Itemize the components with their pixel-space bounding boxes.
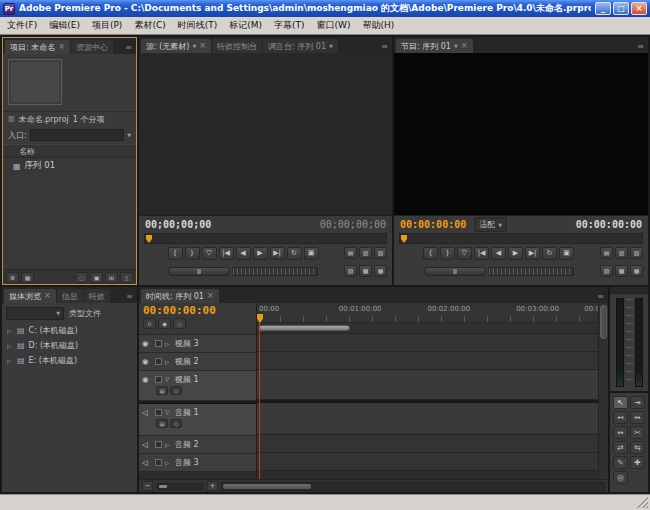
trash-button[interactable]: ▯ [120,272,133,283]
close-icon[interactable]: × [199,42,206,50]
panel-menu-icon[interactable]: ≡ [379,42,390,51]
snap-button[interactable]: ∩ [143,318,156,329]
chevron-down-icon[interactable]: ▼ [329,43,333,49]
safe-margins-button[interactable]: ▣ [559,247,574,260]
tab-effect-controls[interactable]: 特效控制台 [212,39,262,53]
drive-item-e[interactable]: ▷ ▤ E: (本机磁盘) [2,353,137,368]
speaker-icon[interactable]: ◁ [142,458,152,467]
overlay-button[interactable]: ▥ [359,247,372,259]
ripple-edit-tool-button[interactable]: ↤ [613,411,628,424]
track-header-video-2[interactable]: ◉ ▷ 视频 2 [139,353,256,371]
eye-icon[interactable]: ◉ [142,375,152,384]
panel-menu-icon[interactable]: ≡ [635,42,646,51]
track-header-video-3[interactable]: ◉ ▷ 视频 3 [139,335,256,353]
rate-stretch-tool-button[interactable]: ↭ [613,426,628,439]
step-forward-button[interactable]: ▶| [270,247,285,260]
eye-icon[interactable]: ◉ [142,339,152,348]
display-style-button[interactable]: ▤ [156,386,168,395]
jog-wheel[interactable] [488,267,574,276]
tab-effects[interactable]: 特效 [84,289,110,303]
lock-toggle[interactable] [155,459,162,466]
set-marker-button[interactable]: ▽ [457,247,472,260]
shuttle-slider[interactable] [424,267,486,276]
zoom-slider[interactable] [156,483,204,490]
panel-menu-icon[interactable]: ≡ [595,292,606,301]
set-marker-button[interactable]: ◇ [173,318,186,329]
tab-media-browser[interactable]: 媒体浏览 × [4,289,56,303]
timeline-timecode[interactable]: 00:00:00:00 [143,304,252,317]
drive-item-d[interactable]: ▷ ▤ D: (本机磁盘) [2,338,137,353]
razor-tool-button[interactable]: ✂ [630,426,645,439]
insert-button[interactable]: ▤ [344,247,357,259]
tab-project[interactable]: 项目: 未命名 × [5,40,70,54]
slip-tool-button[interactable]: ⇄ [613,441,628,454]
track-lane-audio-2[interactable] [257,435,598,453]
menu-item-help[interactable]: 帮助(H) [356,17,400,34]
menu-item-timeline[interactable]: 时间线(T) [172,17,224,34]
export-frame-button[interactable]: ▧ [374,247,387,259]
extract-button[interactable]: ▥ [615,247,628,259]
go-to-in-button[interactable]: |◀ [219,247,234,260]
close-button[interactable]: × [631,2,647,15]
collapse-icon[interactable]: ▷ [165,359,172,365]
track-header-audio-1[interactable]: ◁ ▽ 音频 1 ▤ ◇ [139,404,256,436]
collapse-icon[interactable]: ▽ [165,409,172,415]
maximize-button[interactable]: □ [613,2,629,15]
lock-toggle[interactable] [155,409,162,416]
collapse-icon[interactable]: ▽ [165,376,172,382]
safe-margins-button[interactable]: ▣ [304,247,319,260]
panel-menu-icon[interactable]: ≡ [124,292,135,301]
track-lane-video-2[interactable] [257,352,598,370]
new-bin-button[interactable]: ▣ [90,272,103,283]
track-header-audio-2[interactable]: ◁ ▷ 音频 2 [139,436,256,454]
new-item-button[interactable]: ⊞ [105,272,118,283]
program-playhead-marker[interactable] [401,235,407,243]
track-lane-audio-3[interactable] [257,453,598,471]
set-in-button[interactable]: { [168,247,183,260]
keyframe-icon[interactable]: ◇ [170,419,182,428]
panel-menu-icon[interactable]: ≡ [123,43,134,52]
rolling-edit-tool-button[interactable]: ↔ [630,411,645,424]
lock-toggle[interactable] [155,441,162,448]
selection-tool-button[interactable]: ↖ [613,396,628,409]
monitor-aux-button-3[interactable]: ▦ [374,265,387,277]
list-item-sequence[interactable]: ▦ 序列 01 [3,158,136,174]
track-select-tool-button[interactable]: ⇥ [630,396,645,409]
track-header-audio-3[interactable]: ◁ ▷ 音频 3 [139,454,256,472]
lock-toggle[interactable] [155,340,162,347]
list-view-button[interactable]: ≣ [6,272,19,283]
menu-item-clip[interactable]: 素材(C) [128,17,171,34]
set-in-button[interactable]: { [423,247,438,260]
close-icon[interactable]: × [58,43,65,51]
icon-view-button[interactable]: ▦ [21,272,34,283]
scrollbar-thumb[interactable] [600,305,607,339]
chevron-down-icon[interactable]: ▼ [127,132,131,138]
monitor-aux-button-1[interactable]: ▨ [600,265,613,277]
monitor-aux-button-3[interactable]: ▦ [630,265,643,277]
keyframe-icon[interactable]: ◇ [170,386,182,395]
display-style-button[interactable]: ▤ [156,419,168,428]
set-out-button[interactable]: } [185,247,200,260]
minimize-button[interactable]: _ [595,2,611,15]
speaker-icon[interactable]: ◁ [142,440,152,449]
set-marker-button[interactable]: ▽ [202,247,217,260]
step-back-button[interactable]: ◀ [236,247,251,260]
zoom-in-button[interactable]: + [207,481,218,491]
play-button[interactable]: ▶ [508,247,523,260]
program-scrub-bar[interactable] [399,233,643,244]
find-input[interactable] [30,129,124,141]
close-icon[interactable]: × [44,292,51,300]
close-icon[interactable]: × [461,42,468,50]
time-ruler[interactable]: 00:00 00:01:00:00 00:02:00:00 00:03:00:0… [257,303,598,323]
source-scrub-bar[interactable] [144,233,387,244]
step-back-button[interactable]: ◀ [491,247,506,260]
zoom-tool-button[interactable]: ◎ [613,471,628,484]
menu-item-marker[interactable]: 标记(M) [223,17,268,34]
timeline-horizontal-scrollbar[interactable] [221,482,605,491]
source-playhead-marker[interactable] [146,235,152,243]
tab-info[interactable]: 信息 [57,289,83,303]
jog-wheel[interactable] [232,267,318,276]
source-duration-timecode[interactable]: 00;00;00;00 [320,219,386,230]
go-to-in-button[interactable]: |◀ [474,247,489,260]
menu-item-file[interactable]: 文件(F) [1,17,43,34]
